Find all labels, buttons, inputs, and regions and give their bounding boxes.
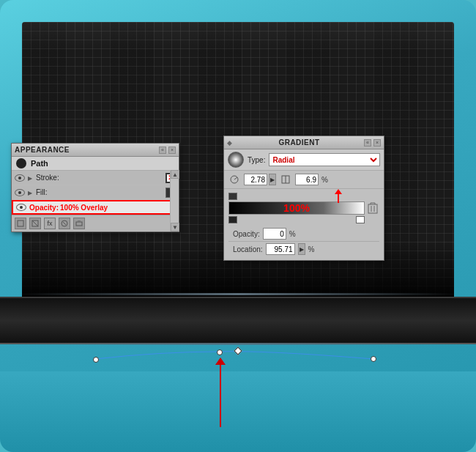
gradient-opacity-label: Opacity: — [233, 230, 260, 238]
gradient-scale-icon — [279, 173, 292, 186]
svg-rect-6 — [78, 221, 81, 222]
gradient-arrow-head — [335, 189, 342, 194]
svg-line-2 — [32, 221, 38, 226]
gradient-title: GRADIENT — [278, 138, 319, 147]
fill-row: ▶ Fill: — [12, 185, 179, 200]
gradient-opacity-percent: % — [289, 230, 296, 238]
gradient-angle-field: ▶ — [244, 174, 276, 185]
stroke-visibility[interactable] — [15, 174, 25, 182]
gradient-type-select[interactable]: Radial — [269, 153, 380, 166]
gradient-arrow-container — [335, 189, 342, 203]
gradient-type-label: Type: — [248, 156, 265, 164]
gradient-opacity-row: Opacity: % — [228, 226, 379, 241]
gradient-bar-container: 100% — [224, 189, 384, 260]
appearance-title: APPEARANCE — [15, 146, 70, 154]
appearance-scroll-down[interactable]: ▼ — [171, 223, 179, 231]
opacity-row: Opacity: 100% Overlay — [12, 200, 179, 215]
appearance-close-btn[interactable]: × — [168, 147, 176, 154]
appearance-collapse-btn[interactable]: « — [159, 147, 166, 154]
svg-rect-0 — [18, 221, 23, 226]
gradient-titlebar: ◆ GRADIENT « × — [224, 136, 384, 149]
svg-rect-5 — [76, 222, 82, 226]
gradient-stop-right[interactable] — [356, 216, 365, 223]
red-arrow-head — [215, 357, 226, 365]
fill-label: Fill: — [36, 188, 166, 196]
gradient-panel-controls: « × — [364, 139, 381, 147]
gradient-stop-left[interactable] — [228, 216, 237, 223]
gradient-arrow-shaft — [338, 194, 339, 203]
fill-expand-arrow[interactable]: ▶ — [28, 190, 34, 196]
path-anchor-2[interactable] — [217, 349, 223, 355]
appearance-scroll-thumb[interactable] — [171, 179, 179, 223]
gradient-stops-bottom — [228, 216, 365, 223]
gradient-percent-label: % — [321, 176, 328, 184]
gradient-100-label: 100% — [283, 202, 310, 214]
location-step-btn[interactable]: ▶ — [298, 243, 305, 255]
gradient-close-btn[interactable]: × — [373, 139, 381, 147]
svg-line-8 — [234, 177, 237, 179]
gradient-location-percent: % — [308, 245, 315, 253]
new-layer-btn[interactable] — [73, 218, 85, 229]
path-curve-svg — [0, 337, 476, 396]
path-anchor-4[interactable] — [371, 356, 376, 362]
gradient-bar-wrapper: 100% — [228, 193, 365, 223]
appearance-body: Path ▶ Stroke: ✕ ▶ Fill: Opaci — [12, 157, 179, 231]
gradient-type-row: Type: Radial — [224, 149, 384, 171]
gradient-controls-row: ▶ % — [224, 171, 384, 189]
gradient-location-input[interactable] — [266, 243, 295, 255]
opacity-visibility[interactable] — [16, 204, 26, 211]
opacity-value: 100% Overlay — [60, 204, 108, 212]
gradient-panel: ◆ GRADIENT « × Type: Radial ▶ — [223, 136, 384, 261]
gradient-bar-row: 100% — [228, 193, 379, 223]
appearance-scroll-up[interactable]: ▲ — [171, 170, 179, 179]
appearance-titlebar: APPEARANCE « × — [12, 144, 179, 157]
gradient-location-row: Location: ▶ % — [228, 241, 379, 256]
path-anchor-1[interactable] — [93, 357, 99, 363]
path-icon — [16, 158, 26, 168]
clear-style-btn[interactable] — [29, 218, 41, 229]
path-header-row: Path — [12, 157, 179, 171]
gradient-scale-field — [295, 174, 319, 185]
red-arrow-indicator — [220, 365, 221, 427]
appearance-panel-controls: « × — [159, 147, 176, 154]
path-label: Path — [31, 159, 48, 168]
red-arrow-shaft — [220, 365, 221, 427]
gradient-scale-input[interactable] — [295, 174, 319, 185]
canvas-area: APPEARANCE « × Path ▶ Stroke: ✕ — [0, 0, 476, 452]
gradient-stops-top — [228, 193, 365, 200]
fx-btn[interactable]: fx — [44, 218, 56, 229]
stroke-row: ▶ Stroke: ✕ — [12, 171, 179, 185]
chrome-line-top — [18, 293, 458, 295]
gradient-collapse-btn[interactable]: « — [364, 139, 371, 147]
angle-step-btn[interactable]: ▶ — [269, 174, 276, 185]
gradient-preview — [228, 152, 244, 168]
gradient-bar[interactable]: 100% — [228, 201, 365, 215]
gradient-angle-icon — [228, 173, 241, 186]
stroke-expand-arrow[interactable]: ▶ — [28, 175, 34, 181]
gradient-diamond-icon: ◆ — [227, 139, 232, 147]
fill-visibility[interactable] — [15, 189, 25, 196]
appearance-scrollbar: ▲ ▼ — [170, 170, 179, 231]
add-new-style-btn[interactable] — [15, 218, 26, 229]
gradient-angle-input[interactable] — [244, 174, 267, 185]
gradient-delete-btn[interactable] — [368, 202, 379, 214]
screen-shine — [22, 22, 454, 51]
gradient-stop-left-top[interactable] — [228, 193, 237, 200]
appearance-toolbar: fx — [12, 215, 179, 231]
stroke-label: Stroke: — [36, 174, 166, 182]
opacity-label: Opacity: — [29, 204, 59, 212]
svg-rect-11 — [368, 204, 377, 213]
delete-style-btn[interactable] — [59, 218, 70, 229]
gradient-opacity-input[interactable] — [263, 228, 286, 240]
appearance-panel: APPEARANCE « × Path ▶ Stroke: ✕ — [11, 143, 179, 232]
svg-line-4 — [63, 222, 66, 225]
gradient-location-label: Location: — [233, 245, 263, 253]
